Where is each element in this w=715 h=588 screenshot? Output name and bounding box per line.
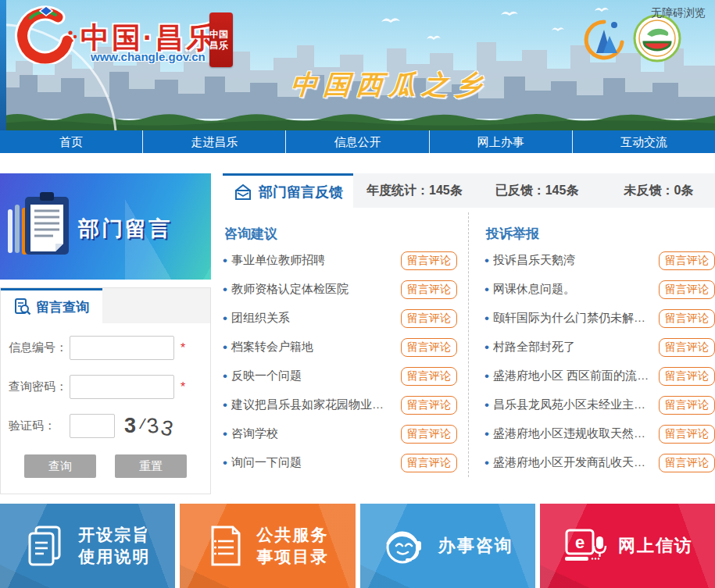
- message-link[interactable]: 询问一下问题: [231, 455, 395, 470]
- message-link[interactable]: 档案转会户籍地: [231, 340, 395, 355]
- banner-public-service-catalog[interactable]: 公共服务 事项目录: [180, 504, 355, 588]
- comment-button[interactable]: 留言评论: [659, 396, 715, 415]
- page: 中国·昌乐 www.changle.gov.cn 中国昌乐 中国西瓜之乡 无障碍…: [0, 0, 715, 588]
- red-seal-stamp: 中国昌乐: [209, 12, 233, 67]
- message-id-input[interactable]: [70, 336, 174, 360]
- banner-line2: 使用说明: [78, 546, 150, 568]
- header-left-strip: [0, 0, 6, 130]
- banner-service-consultation[interactable]: 办事咨询: [360, 504, 535, 588]
- comment-button[interactable]: 留言评论: [401, 251, 457, 270]
- message-link[interactable]: 咨询学校: [231, 426, 395, 441]
- city-slogan: 中国西瓜之乡: [289, 67, 488, 103]
- message-link[interactable]: 团组织关系: [231, 311, 395, 326]
- comment-button[interactable]: 留言评论: [659, 251, 715, 270]
- column-title: 咨询建议: [224, 225, 457, 243]
- query-password-label: 查询密码：: [7, 380, 70, 394]
- comment-button[interactable]: 留言评论: [659, 338, 715, 357]
- banner-line1: 公共服务: [256, 524, 328, 546]
- document-search-icon: [14, 298, 31, 315]
- department-messages-banner[interactable]: 部门留言: [0, 173, 211, 280]
- comment-button[interactable]: 留言评论: [401, 367, 457, 386]
- message-link[interactable]: 盛港府地小区 西区前面的流泉街...: [493, 369, 652, 383]
- content-row: 部门留言 留言查询: [0, 173, 715, 478]
- list-item: 村路全部封死了留言评论: [484, 333, 715, 362]
- list-item: 盛港府地小区违规收取天然气开口...留言评论: [484, 419, 715, 448]
- e-computer-mic-icon: e: [562, 524, 607, 568]
- message-link[interactable]: 事业单位教师招聘: [231, 253, 395, 268]
- nav-item-home[interactable]: 首页: [0, 130, 142, 153]
- query-button[interactable]: 查询: [24, 454, 96, 478]
- banner-line1: 开设宗旨: [78, 524, 150, 546]
- main-navigation: 首页 走进昌乐 信息公开 网上办事 互动交流: [0, 130, 715, 153]
- feedback-tab-label: 部门留言反馈: [259, 183, 343, 201]
- form-row-captcha: 验证码： 3 / 3 3: [7, 414, 204, 438]
- comment-button[interactable]: 留言评论: [401, 396, 457, 415]
- comment-button[interactable]: 留言评论: [401, 338, 457, 357]
- site-header: 中国·昌乐 www.changle.gov.cn 中国昌乐 中国西瓜之乡 无障碍…: [0, 0, 715, 130]
- list-item: 咨询学校留言评论: [223, 419, 457, 448]
- comment-button[interactable]: 留言评论: [659, 367, 715, 386]
- stat-replied: 已反馈：145条: [495, 183, 579, 199]
- query-password-input[interactable]: [70, 375, 174, 399]
- list-item: 网课休息问题。留言评论: [484, 275, 715, 304]
- nav-item-about-changle[interactable]: 走进昌乐: [142, 130, 285, 153]
- list-item: 团组织关系留言评论: [223, 304, 457, 333]
- tab-message-query[interactable]: 留言查询: [1, 288, 102, 323]
- captcha-input[interactable]: [70, 414, 115, 438]
- main-content: 部门留言反馈 年度统计：145条 已反馈：145条 未反馈：0条 咨询建议 事业…: [223, 173, 715, 478]
- comment-button[interactable]: 留言评论: [401, 454, 457, 472]
- banner-online-petition[interactable]: e 网上信访: [540, 504, 715, 588]
- dove-icon: [594, 5, 610, 13]
- message-link[interactable]: 盛港府地小区开发商乱收天然气安...: [493, 455, 652, 470]
- comment-button[interactable]: 留言评论: [659, 309, 715, 328]
- message-link[interactable]: 网课休息问题。: [493, 282, 652, 297]
- comment-button[interactable]: 留言评论: [659, 454, 715, 472]
- reset-button[interactable]: 重置: [115, 454, 187, 478]
- dove-icon: [426, 33, 442, 41]
- list-item: 昌乐县龙凤苑小区未经业主委员会...留言评论: [484, 390, 715, 419]
- list-item: 盛港府地小区 西区前面的流泉街...留言评论: [484, 362, 715, 390]
- comment-button[interactable]: 留言评论: [401, 280, 457, 299]
- site-logo[interactable]: [11, 5, 81, 67]
- captcha-char: 3: [124, 414, 139, 438]
- tab-department-feedback[interactable]: 部门留言反馈: [223, 173, 353, 208]
- nav-item-info-disclosure[interactable]: 信息公开: [285, 130, 428, 153]
- banner-purpose-instructions[interactable]: 开设宗旨 使用说明: [0, 504, 175, 588]
- list-item: 建议把昌乐县如家花园物业取消，...留言评论: [223, 390, 457, 419]
- sidebar: 部门留言 留言查询: [0, 173, 211, 478]
- message-link[interactable]: 建议把昌乐县如家花园物业取消，...: [231, 397, 395, 412]
- headset-smiley-icon: [382, 524, 427, 568]
- footer-banners: 开设宗旨 使用说明 公共服务 事项目录: [0, 504, 715, 588]
- message-link[interactable]: 颐轩国际为什么门禁仍未解封？: [493, 311, 652, 326]
- stat-annual-total: 年度统计：145条: [366, 183, 463, 199]
- dove-icon: [500, 8, 519, 18]
- column-consult-suggest: 咨询建议 事业单位教师招聘留言评论 教师资格认定体检医院留言评论 团组织关系留言…: [223, 212, 469, 477]
- comment-button[interactable]: 留言评论: [401, 309, 457, 328]
- message-id-label: 信息编号：: [7, 340, 70, 355]
- message-link[interactable]: 昌乐县龙凤苑小区未经业主委员会...: [493, 397, 652, 412]
- documents-icon: [25, 524, 67, 568]
- query-form: 信息编号： * 查询密码： * 验证码： 3 /: [1, 323, 210, 494]
- list-item: 询问一下问题留言评论: [223, 448, 457, 477]
- nav-item-online-services[interactable]: 网上办事: [429, 130, 572, 153]
- message-link[interactable]: 投诉昌乐天鹅湾: [493, 253, 652, 268]
- message-link[interactable]: 村路全部封死了: [493, 340, 652, 355]
- comment-button[interactable]: 留言评论: [401, 425, 457, 444]
- checklist-icon: [206, 524, 245, 568]
- mountain-badge-icon: [583, 19, 625, 66]
- envelope-icon: [233, 184, 253, 201]
- query-tab-row: 留言查询: [1, 288, 210, 323]
- accessibility-link[interactable]: 无障碍浏览: [651, 6, 706, 20]
- message-link[interactable]: 反映一个问题: [231, 369, 395, 383]
- captcha-image: 3 / 3 3: [124, 414, 177, 438]
- comment-button[interactable]: 留言评论: [659, 425, 715, 444]
- required-marker: *: [181, 341, 188, 355]
- list-item: 投诉昌乐天鹅湾留言评论: [484, 246, 715, 275]
- nav-item-interaction[interactable]: 互动交流: [572, 130, 715, 153]
- banner-line1: 网上信访: [618, 535, 693, 557]
- message-link[interactable]: 盛港府地小区违规收取天然气开口...: [493, 426, 652, 441]
- comment-button[interactable]: 留言评论: [659, 280, 715, 299]
- required-marker: *: [181, 380, 188, 394]
- message-link[interactable]: 教师资格认定体检医院: [231, 282, 395, 297]
- column-title: 投诉举报: [486, 225, 715, 243]
